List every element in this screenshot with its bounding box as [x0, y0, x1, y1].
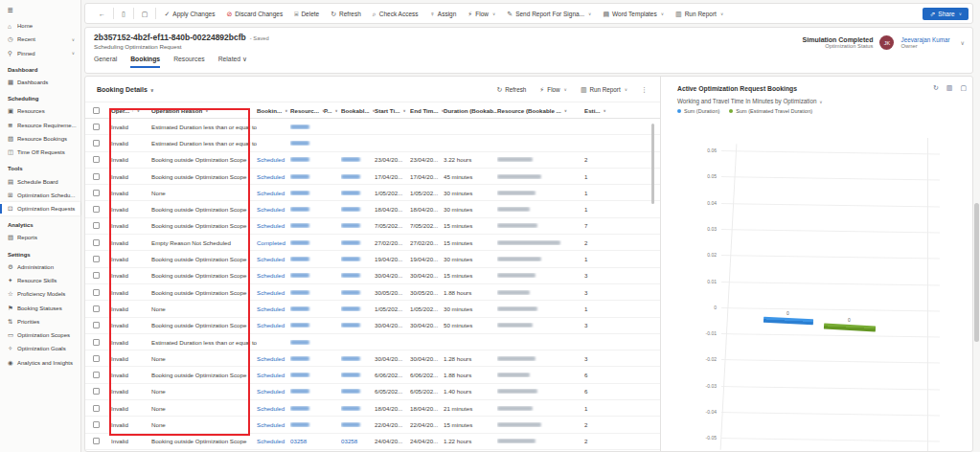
share-button[interactable]: ⇗ Share ∨: [923, 8, 969, 20]
sidebar-item-analytics-and-insights[interactable]: ◉Analytics and Insights: [0, 356, 80, 370]
column-header-end-tim[interactable]: End Tim...∨: [410, 107, 444, 114]
column-header-p[interactable]: P...∨: [324, 107, 341, 114]
table-scrollbar[interactable]: [651, 124, 654, 204]
bar-series-1[interactable]: [763, 317, 813, 326]
expand-icon[interactable]: ▢: [960, 84, 967, 92]
chevron-down-icon[interactable]: ∨: [961, 39, 965, 46]
chart-view-selector[interactable]: Working and Travel Time In Minutes by Op…: [661, 92, 973, 104]
table-title[interactable]: Booking Details ∨: [97, 86, 154, 93]
sidebar-item-proficiency-models[interactable]: ☆Proficiency Models: [0, 287, 80, 301]
row-checkbox[interactable]: [85, 256, 111, 262]
table-row[interactable]: InvalidBooking outside Optimization Scop…: [85, 318, 660, 334]
select-all-checkbox[interactable]: [85, 107, 111, 114]
row-checkbox[interactable]: [85, 272, 111, 279]
table-row[interactable]: InvalidEmpty Reason Not ScheduledComplet…: [85, 235, 660, 251]
booking-status-cell[interactable]: Scheduled: [257, 173, 290, 180]
table-row[interactable]: InvalidEstimated Duration less than or e…: [85, 135, 660, 151]
row-checkbox[interactable]: [85, 140, 111, 147]
tab-resources[interactable]: Resources: [173, 56, 205, 68]
table-row[interactable]: InvalidBooking outside Optimization Scop…: [85, 152, 660, 169]
table-row[interactable]: InvalidBooking outside Optimization Scop…: [85, 284, 660, 301]
booking-status-cell[interactable]: Completed: [257, 239, 290, 246]
table-row[interactable]: InvalidEstimated Duration less than or e…: [85, 119, 660, 135]
table-row[interactable]: InvalidNoneScheduled6/05/202...6/05/202.…: [85, 384, 660, 400]
booking-status-cell[interactable]: Scheduled: [257, 405, 290, 412]
column-header-duration-bookab[interactable]: Duration (Bookab...∨: [444, 107, 497, 114]
booking-status-cell[interactable]: Scheduled: [257, 322, 290, 328]
column-header-resource-bookable[interactable]: Resource (Bookable ...∨: [497, 107, 584, 114]
owner-name-link[interactable]: Jeevarajan Kumar: [900, 36, 949, 43]
booking-status-cell[interactable]: Scheduled: [257, 421, 290, 428]
row-checkbox[interactable]: [85, 421, 111, 428]
bar-series-2[interactable]: [824, 324, 876, 332]
column-header-bookabl[interactable]: Bookabl...∨: [341, 107, 375, 114]
sidebar-item-home[interactable]: ⌂Home: [0, 19, 80, 33]
booking-status-cell[interactable]: Scheduled: [257, 256, 290, 262]
row-checkbox[interactable]: [85, 322, 111, 328]
refresh-button[interactable]: ↻Refresh: [490, 86, 533, 93]
sidebar-item-optimization-goals[interactable]: ✧Optimization Goals: [0, 342, 80, 355]
row-checkbox[interactable]: [85, 222, 111, 229]
table-row[interactable]: InvalidEstimated Duration less than or e…: [85, 334, 660, 350]
table-row[interactable]: InvalidBooking outside Optimization Scop…: [85, 218, 660, 235]
bookable-link-cell[interactable]: 03258: [341, 438, 375, 444]
run-report-button[interactable]: ▥Run Report∨: [574, 86, 634, 93]
booking-status-cell[interactable]: Scheduled: [257, 222, 290, 229]
sidebar-item-booking-statuses[interactable]: ⚑Booking Statuses: [0, 301, 80, 314]
row-checkbox[interactable]: [85, 355, 111, 362]
row-checkbox[interactable]: [85, 156, 111, 163]
back-button[interactable]: ←: [93, 11, 111, 17]
sidebar-item-dashboards[interactable]: ▦Dashboards: [0, 76, 80, 89]
sidebar-item-schedule-board[interactable]: ▤Schedule Board: [0, 174, 80, 188]
row-checkbox[interactable]: [85, 305, 111, 312]
column-header-oper[interactable]: Oper...↑∨: [111, 107, 151, 114]
row-checkbox[interactable]: [85, 124, 111, 130]
delete-button[interactable]: ⌸Delete: [288, 11, 325, 17]
row-checkbox[interactable]: [85, 405, 111, 412]
row-checkbox[interactable]: [85, 239, 111, 246]
booking-status-cell[interactable]: Scheduled: [257, 289, 290, 296]
tab-related[interactable]: Related ∨: [218, 56, 247, 68]
booking-status-cell[interactable]: Scheduled: [257, 355, 290, 362]
row-checkbox[interactable]: [85, 173, 111, 180]
sidebar-item-optimization-schedu[interactable]: ⊞Optimization Schedu...: [0, 189, 80, 202]
row-checkbox[interactable]: [85, 206, 111, 213]
row-checkbox[interactable]: [85, 289, 111, 296]
focused-view-button[interactable]: ▯: [116, 11, 131, 17]
column-header-resourc[interactable]: Resourc...∨: [290, 107, 324, 114]
booking-status-cell[interactable]: Scheduled: [257, 305, 290, 312]
table-row[interactable]: InvalidNoneScheduled18/04/20...18/04/20.…: [85, 400, 660, 417]
sidebar-item-optimization-scopes[interactable]: ▭Optimization Scopes: [0, 328, 80, 342]
sidebar-item-administration[interactable]: ⚙Administration: [0, 260, 80, 274]
column-header-bookin[interactable]: Bookin...∨: [257, 107, 290, 114]
row-checkbox[interactable]: [85, 438, 111, 444]
table-row[interactable]: InvalidBooking outside Optimization Scop…: [85, 201, 660, 217]
row-checkbox[interactable]: [85, 339, 111, 346]
sidebar-item-resource-bookings[interactable]: ▨Resource Bookings: [0, 132, 80, 146]
more-button[interactable]: ⋮: [634, 86, 654, 93]
booking-status-cell[interactable]: Scheduled: [257, 206, 290, 213]
booking-status-cell[interactable]: Scheduled: [257, 438, 290, 444]
table-row[interactable]: InvalidBooking outside Optimization Scop…: [85, 367, 660, 383]
refresh-icon[interactable]: ↻: [933, 84, 939, 92]
run-report-button[interactable]: ▥Run Report∨: [670, 11, 729, 17]
chart-type-icon[interactable]: ▥: [946, 84, 953, 92]
hamburger-menu-icon[interactable]: ≡: [0, 3, 80, 19]
table-row[interactable]: InvalidBooking outside Optimization Scop…: [85, 268, 660, 284]
table-row[interactable]: InvalidNoneScheduled30/04/20...30/04/20.…: [85, 350, 660, 367]
booking-status-cell[interactable]: Scheduled: [257, 388, 290, 395]
word-templates-button[interactable]: ▤Word Templates∨: [597, 11, 670, 17]
tab-general[interactable]: General: [94, 56, 117, 68]
sidebar-item-priorities[interactable]: ⇅Priorities: [0, 315, 80, 328]
check-access-button[interactable]: ⌕Check Access: [367, 11, 424, 17]
send-report-for-signa-button[interactable]: ✎Send Report For Signa...∨: [501, 11, 597, 17]
table-row[interactable]: InvalidNoneScheduled1/05/202...1/05/202.…: [85, 301, 660, 317]
table-row[interactable]: InvalidNoneScheduled1/05/202...1/05/202.…: [85, 185, 660, 201]
column-header-operation-reason[interactable]: Operation Reason∨: [151, 107, 257, 114]
sidebar-item-reports[interactable]: ▧Reports: [0, 231, 80, 244]
flow-button[interactable]: ⚡Flow∨: [462, 11, 501, 17]
discard-changes-button[interactable]: ⊘Discard Changes: [220, 11, 288, 17]
sidebar-item-time-off-requests[interactable]: ◫Time Off Requests: [0, 146, 80, 159]
resource-link-cell[interactable]: 03258: [290, 438, 324, 444]
booking-status-cell[interactable]: Scheduled: [257, 156, 290, 163]
